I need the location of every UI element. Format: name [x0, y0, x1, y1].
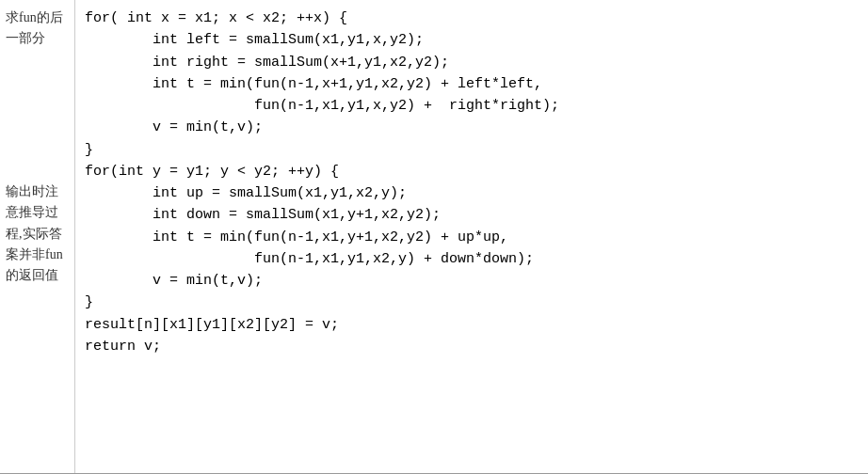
sidebar-note-2: 输出时注意推导过程,实际答案并非fun的返回值	[6, 182, 70, 287]
code-block: for( int x = x1; x < x2; ++x) { int left…	[75, 0, 868, 474]
sidebar-annotations: 求fun的后一部分 输出时注意推导过程,实际答案并非fun的返回值	[0, 0, 75, 474]
sidebar-divider	[74, 0, 75, 474]
sidebar-note-1: 求fun的后一部分	[6, 8, 70, 50]
main-container: 求fun的后一部分 输出时注意推导过程,实际答案并非fun的返回值 for( i…	[0, 0, 868, 474]
